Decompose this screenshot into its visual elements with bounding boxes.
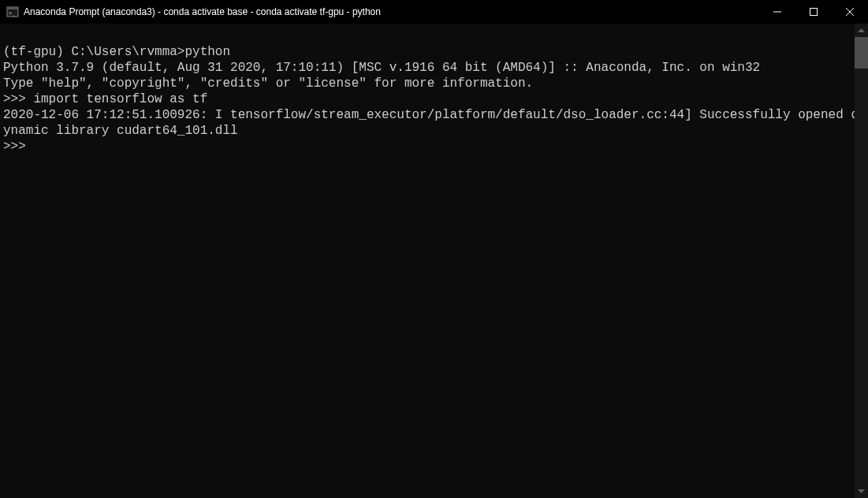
minimize-button[interactable] [759, 0, 795, 24]
svg-rect-4 [810, 9, 818, 16]
app-icon: >_ [6, 6, 19, 18]
terminal-line: Python 3.7.9 (default, Aug 31 2020, 17:1… [3, 61, 760, 75]
svg-rect-3 [773, 12, 781, 13]
scrollbar-down-arrow[interactable] [855, 485, 868, 498]
window-title: Anaconda Prompt (anaconda3) - conda acti… [24, 6, 381, 17]
terminal-line: Type "help", "copyright", "credits" or "… [3, 76, 533, 91]
close-icon [846, 8, 854, 16]
terminal-line: (tf-gpu) C:\Users\rvmma>python [3, 45, 230, 59]
svg-rect-1 [7, 7, 18, 9]
maximize-icon [810, 8, 818, 16]
window-controls [759, 0, 868, 24]
terminal-line: >>> [3, 139, 26, 154]
chevron-down-icon [858, 489, 865, 493]
maximize-button[interactable] [795, 0, 832, 24]
close-button[interactable] [832, 0, 868, 24]
terminal-area[interactable]: (tf-gpu) C:\Users\rvmma>python Python 3.… [0, 24, 868, 498]
scrollbar-thumb[interactable] [855, 37, 868, 69]
svg-text:>_: >_ [9, 10, 16, 17]
minimize-icon [773, 8, 781, 16]
chevron-up-icon [858, 28, 865, 32]
titlebar-left: >_ Anaconda Prompt (anaconda3) - conda a… [6, 6, 381, 18]
vertical-scrollbar[interactable] [855, 24, 868, 498]
scrollbar-up-arrow[interactable] [855, 24, 868, 37]
window-titlebar: >_ Anaconda Prompt (anaconda3) - conda a… [0, 0, 868, 24]
terminal-line: 2020-12-06 17:12:51.100926: I tensorflow… [3, 108, 859, 138]
terminal-line: >>> import tensorflow as tf [3, 92, 207, 106]
terminal-output: (tf-gpu) C:\Users\rvmma>python Python 3.… [0, 24, 868, 158]
